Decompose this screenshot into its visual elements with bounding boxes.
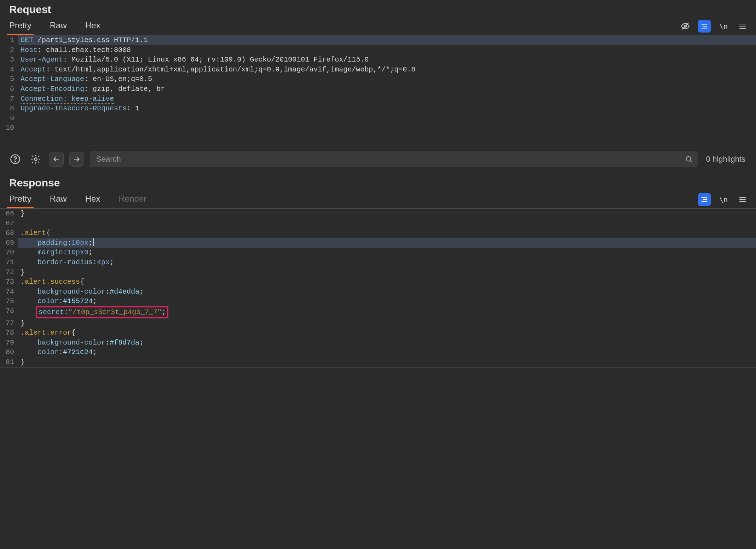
search-input[interactable]: Search xyxy=(90,151,698,167)
tab-request-raw[interactable]: Raw xyxy=(48,17,69,35)
code-content[interactable]: User-Agent: Mozilla/5.0 (X11; Linux x86_… xyxy=(18,55,756,65)
code-content[interactable]: } xyxy=(18,267,756,277)
svg-point-13 xyxy=(686,157,691,161)
line-number: 67 xyxy=(0,219,18,229)
code-content[interactable]: .alert.error{ xyxy=(18,328,756,338)
code-line[interactable]: 79 background-color:#f8d7da; xyxy=(0,338,756,348)
line-number: 8 xyxy=(0,104,18,114)
code-line[interactable]: 3User-Agent: Mozilla/5.0 (X11; Linux x86… xyxy=(0,55,756,65)
line-number: 81 xyxy=(0,357,18,367)
code-content[interactable]: Accept-Language: en-US,en;q=0.5 xyxy=(18,74,756,84)
code-content[interactable]: Accept-Encoding: gzip, deflate, br xyxy=(18,84,756,94)
code-content[interactable]: Connection: keep-alive xyxy=(18,94,756,104)
response-tabs: Pretty Raw Hex Render xyxy=(7,190,149,208)
line-number: 75 xyxy=(0,296,18,306)
line-number: 4 xyxy=(0,65,18,75)
code-content[interactable]: Upgrade-Insecure-Requests: 1 xyxy=(18,104,756,114)
code-line[interactable]: 69 padding:10px; xyxy=(0,238,756,248)
code-line[interactable]: 80 color:#721c24; xyxy=(0,347,756,357)
code-content[interactable]: padding:10px; xyxy=(18,238,756,248)
beautify-icon[interactable] xyxy=(698,20,711,33)
request-editor[interactable]: 1GET /part1_styles.css HTTP/1.12Host: ch… xyxy=(0,35,756,145)
code-line[interactable]: 73.alert.success{ xyxy=(0,277,756,287)
code-line[interactable]: 2Host: chall.ehax.tech:8008 xyxy=(0,45,756,55)
tab-request-pretty[interactable]: Pretty xyxy=(7,17,34,35)
code-line[interactable]: 74 background-color:#d4edda; xyxy=(0,287,756,297)
line-number: 80 xyxy=(0,347,18,357)
code-content[interactable]: margin:10px0; xyxy=(18,248,756,258)
code-line[interactable]: 4Accept: text/html,application/xhtml+xml… xyxy=(0,65,756,75)
line-number: 71 xyxy=(0,258,18,267)
code-content[interactable]: color:#721c24; xyxy=(18,347,756,357)
code-line[interactable]: 67 xyxy=(0,219,756,229)
code-line[interactable]: 72} xyxy=(0,267,756,277)
line-number: 69 xyxy=(0,238,18,248)
eye-off-icon[interactable] xyxy=(679,20,692,33)
line-number: 3 xyxy=(0,55,18,65)
tab-response-render[interactable]: Render xyxy=(116,190,149,208)
svg-line-14 xyxy=(690,161,692,162)
response-tabbar: Pretty Raw Hex Render \n xyxy=(0,190,756,209)
beautify-icon[interactable] xyxy=(698,193,711,206)
code-content[interactable]: border-radius:4px; xyxy=(18,258,756,267)
response-title: Response xyxy=(0,173,756,190)
line-number: 72 xyxy=(0,267,18,277)
code-line[interactable]: 78.alert.error{ xyxy=(0,328,756,338)
arrow-right-icon[interactable] xyxy=(69,152,84,167)
code-content[interactable]: Accept: text/html,application/xhtml+xml,… xyxy=(18,65,756,75)
code-content[interactable]: } xyxy=(18,357,756,367)
code-line[interactable]: 77} xyxy=(0,318,756,328)
request-toolbar: \n xyxy=(679,20,749,33)
svg-point-9 xyxy=(15,161,16,162)
code-line[interactable]: 10 xyxy=(0,123,756,133)
line-number: 66 xyxy=(0,209,18,219)
code-content[interactable]: background-color:#d4edda; xyxy=(18,287,756,297)
request-tabbar: Pretty Raw Hex \n xyxy=(0,17,756,35)
code-line[interactable]: 8Upgrade-Insecure-Requests: 1 xyxy=(0,104,756,114)
line-number: 6 xyxy=(0,84,18,94)
newline-toggle[interactable]: \n xyxy=(717,193,730,206)
code-line[interactable]: 66} xyxy=(0,209,756,219)
code-content[interactable]: .alert.success{ xyxy=(18,277,756,287)
request-title: Request xyxy=(0,0,756,17)
code-line[interactable]: 1GET /part1_styles.css HTTP/1.1 xyxy=(0,35,756,45)
code-line[interactable]: 6Accept-Encoding: gzip, deflate, br xyxy=(0,84,756,94)
editor-search-bar: Search 0 highlights xyxy=(0,145,756,173)
code-content[interactable]: color:#155724; xyxy=(18,296,756,306)
code-content[interactable]: secret:"/t0p_s3cr3t_p4g3_7_7"; xyxy=(18,306,756,318)
code-content[interactable] xyxy=(18,219,756,229)
code-content[interactable]: } xyxy=(18,318,756,328)
code-line[interactable]: 70 margin:10px0; xyxy=(0,248,756,258)
arrow-left-icon[interactable] xyxy=(49,152,64,167)
response-editor[interactable]: 66}6768.alert{69 padding:10px;70 margin:… xyxy=(0,209,756,367)
line-number: 79 xyxy=(0,338,18,348)
request-pane: Request Pretty Raw Hex \n xyxy=(0,0,756,173)
gear-icon[interactable] xyxy=(28,152,43,167)
code-line[interactable]: 71 border-radius:4px; xyxy=(0,258,756,267)
code-line[interactable]: 9 xyxy=(0,114,756,123)
code-content[interactable]: .alert{ xyxy=(18,228,756,238)
tab-response-hex[interactable]: Hex xyxy=(83,190,103,208)
code-content[interactable]: Host: chall.ehax.tech:8008 xyxy=(18,45,756,55)
line-number: 7 xyxy=(0,94,18,104)
code-line[interactable]: 68.alert{ xyxy=(0,228,756,238)
code-content[interactable]: } xyxy=(18,209,756,219)
request-tabs: Pretty Raw Hex xyxy=(7,17,102,35)
code-content[interactable] xyxy=(18,114,756,123)
code-line[interactable]: 81} xyxy=(0,357,756,367)
tab-request-hex[interactable]: Hex xyxy=(83,17,103,35)
code-line[interactable]: 76 secret:"/t0p_s3cr3t_p4g3_7_7"; xyxy=(0,306,756,318)
tab-response-pretty[interactable]: Pretty xyxy=(7,190,34,208)
code-line[interactable]: 7Connection: keep-alive xyxy=(0,94,756,104)
menu-icon[interactable] xyxy=(736,20,749,33)
code-content[interactable] xyxy=(18,123,756,133)
code-content[interactable]: background-color:#f8d7da; xyxy=(18,338,756,348)
code-content[interactable]: GET /part1_styles.css HTTP/1.1 xyxy=(18,35,756,45)
code-line[interactable]: 75 color:#155724; xyxy=(0,296,756,306)
help-icon[interactable] xyxy=(8,152,23,167)
code-line[interactable]: 5Accept-Language: en-US,en;q=0.5 xyxy=(0,74,756,84)
line-number: 78 xyxy=(0,328,18,338)
menu-icon[interactable] xyxy=(736,193,749,206)
tab-response-raw[interactable]: Raw xyxy=(48,190,69,208)
newline-toggle[interactable]: \n xyxy=(717,20,730,33)
